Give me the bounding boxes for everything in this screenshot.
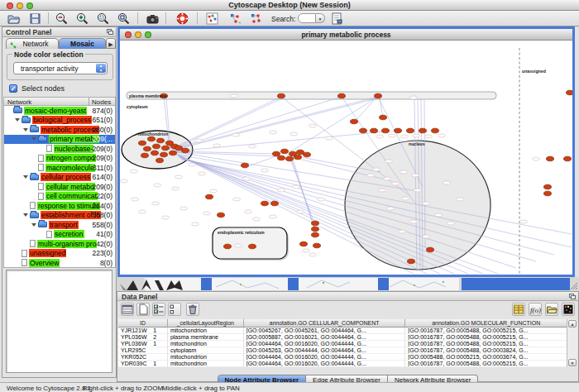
network-node[interactable] <box>312 232 319 237</box>
network-node[interactable] <box>380 115 387 120</box>
network-node[interactable] <box>313 243 321 248</box>
table-cell[interactable]: [GO:0044464, GO:0016020, GO:0044444, G..… <box>244 361 406 367</box>
tree-row[interactable]: multi-organism pro42(0) <box>4 239 115 249</box>
table-cell[interactable]: YKR052C <box>118 354 168 361</box>
network-node[interactable] <box>175 146 183 151</box>
tree-row[interactable]: nitrogen compo209(0) <box>4 154 115 164</box>
network-node[interactable] <box>157 138 165 143</box>
network-node[interactable] <box>182 148 189 153</box>
table-cell[interactable]: mitochondrion <box>168 341 244 347</box>
table-row[interactable]: YKR052Cmitochondrion[GO:0044464, GO:0016… <box>118 354 567 361</box>
tree-row[interactable]: cell communicat22(0) <box>4 192 115 202</box>
table-cell[interactable]: [GO:0016787, GO:0005488, GO:0005215, G..… <box>405 361 567 367</box>
network-node[interactable] <box>544 184 552 189</box>
table-cell[interactable]: [GO:0016787, GO:0005488, GO:0005215, G..… <box>405 334 567 341</box>
table-cell[interactable]: [GO:0016787, GO:0005488, GO:0005215, G..… <box>405 341 567 347</box>
network-node[interactable] <box>432 128 439 133</box>
table-row[interactable]: YDR039C__1mitochondrion[GO:0044464, GO:0… <box>118 361 567 367</box>
network-node[interactable] <box>156 158 164 163</box>
network-node[interactable] <box>360 128 367 133</box>
network-node[interactable] <box>547 156 554 161</box>
table-cell[interactable]: mitochondrion <box>168 354 244 361</box>
network-node[interactable] <box>141 153 149 158</box>
network-node[interactable] <box>278 93 285 98</box>
expand-triangle-icon[interactable] <box>23 213 28 217</box>
scroll-up-icon[interactable]: ▲ <box>568 320 577 327</box>
tree-row[interactable]: cellular process614(0) <box>4 173 115 183</box>
birds-eye-view-panel[interactable] <box>6 270 112 373</box>
table-row[interactable]: YPL036W__1mitochondrion[GO:0044464, GO:0… <box>118 341 567 347</box>
tree-row[interactable]: secretion41(0) <box>4 230 115 240</box>
tab-overflow-arrow-icon[interactable]: ▶ <box>106 38 116 49</box>
tree-row[interactable]: establishment of lo558(0) <box>4 211 115 221</box>
network-node[interactable] <box>371 128 378 133</box>
network-node[interactable] <box>144 146 151 151</box>
zoom-selected-icon[interactable] <box>96 12 110 26</box>
expand-triangle-icon[interactable] <box>23 175 28 179</box>
network-edge[interactable] <box>290 97 378 152</box>
table-cell[interactable]: [GO:0005887, GO:0016021, GO:0044464, G..… <box>244 334 406 341</box>
table-cell[interactable]: plasma membrane <box>168 334 244 341</box>
network-node[interactable] <box>300 241 308 246</box>
table-cell[interactable]: [GO:0044464, GO:0016020, GO:0044444, G..… <box>244 341 406 347</box>
network-node[interactable] <box>151 151 159 155</box>
network-node[interactable] <box>338 93 346 98</box>
network-node[interactable] <box>170 151 177 155</box>
network-node[interactable] <box>407 128 414 133</box>
zoom-in-icon[interactable] <box>75 12 89 26</box>
table-cell[interactable]: mitochondrion <box>168 361 244 367</box>
tree-row[interactable]: biological_process651(0) <box>4 116 115 126</box>
table-cell[interactable]: YLR295C <box>118 347 168 354</box>
tree-row[interactable]: nucleobase-209(0) <box>4 144 115 154</box>
network-canvas[interactable]: plasma membranecytoplasmmitochondrionnuc… <box>120 41 572 275</box>
network-node[interactable] <box>294 155 302 160</box>
zoom-fit-icon[interactable] <box>117 12 131 26</box>
table-scrollbar[interactable]: ▲ ▼ <box>567 319 577 367</box>
network-node[interactable] <box>273 151 280 156</box>
import-attributes-icon[interactable] <box>545 303 558 316</box>
delete-attribute-icon[interactable] <box>186 303 199 316</box>
select-nodes-checkbox[interactable]: ✓ <box>9 84 17 93</box>
tree-row[interactable]: primary metabo209(... <box>4 135 115 145</box>
tree-row[interactable]: metabolic process280(0) <box>4 125 115 135</box>
expand-triangle-icon[interactable] <box>15 118 20 122</box>
network-node[interactable] <box>382 128 390 133</box>
network-node[interactable] <box>427 247 434 252</box>
network-node[interactable] <box>312 227 319 232</box>
network-node[interactable] <box>351 119 358 124</box>
search-input[interactable] <box>298 13 316 23</box>
table-cell[interactable]: mitochondrion <box>168 327 244 334</box>
network-node[interactable] <box>567 90 573 95</box>
table-cell[interactable]: YPL036W__2 <box>118 334 168 341</box>
expand-triangle-icon[interactable] <box>31 223 36 227</box>
search-dropdown-arrow-icon[interactable]: ▼ <box>316 13 325 23</box>
attribute-grid-icon[interactable] <box>121 303 134 316</box>
table-cell[interactable]: [GO:0044464, GO:0016020, GO:0044444, G..… <box>244 354 406 361</box>
network-node[interactable] <box>148 136 156 141</box>
column-header[interactable]: annotation.GO MOLECULAR_FUNCTION <box>405 319 567 327</box>
tree-row[interactable]: unassigned223(0) <box>4 249 115 259</box>
scroll-down-icon[interactable]: ▼ <box>568 359 577 366</box>
help-lifesaver-icon[interactable] <box>175 12 189 26</box>
expand-triangle-icon[interactable] <box>31 137 36 141</box>
network-edge[interactable] <box>291 158 315 230</box>
function-builder-icon[interactable]: f(o) <box>529 303 542 316</box>
table-cell[interactable]: cytoplasm <box>168 347 244 354</box>
tree-row[interactable]: transport558(0) <box>4 220 115 230</box>
table-cell[interactable]: [GO:0045263, GO:0044444, GO:0044464, G..… <box>244 347 406 354</box>
table-cell[interactable]: [GO:0005488, GO:0005215, GO:0003674, G..… <box>405 354 567 361</box>
column-header[interactable]: annotation.GO CELLULAR_COMPONENT <box>244 319 406 327</box>
network-node[interactable] <box>408 259 415 264</box>
network-node[interactable] <box>162 146 170 151</box>
float-panel-icon[interactable] <box>107 29 113 36</box>
network-node[interactable] <box>286 156 294 161</box>
network-edit-b-icon[interactable] <box>249 12 263 26</box>
network-edge[interactable] <box>171 97 281 149</box>
network-node[interactable] <box>281 149 289 154</box>
network-node[interactable] <box>312 221 319 226</box>
open-session-icon[interactable] <box>7 12 21 26</box>
snapshot-camera-icon[interactable] <box>146 12 160 26</box>
network-edge[interactable] <box>246 155 278 167</box>
tree-row[interactable]: macromolecule311(0) <box>4 163 115 173</box>
network-node[interactable] <box>249 244 256 249</box>
